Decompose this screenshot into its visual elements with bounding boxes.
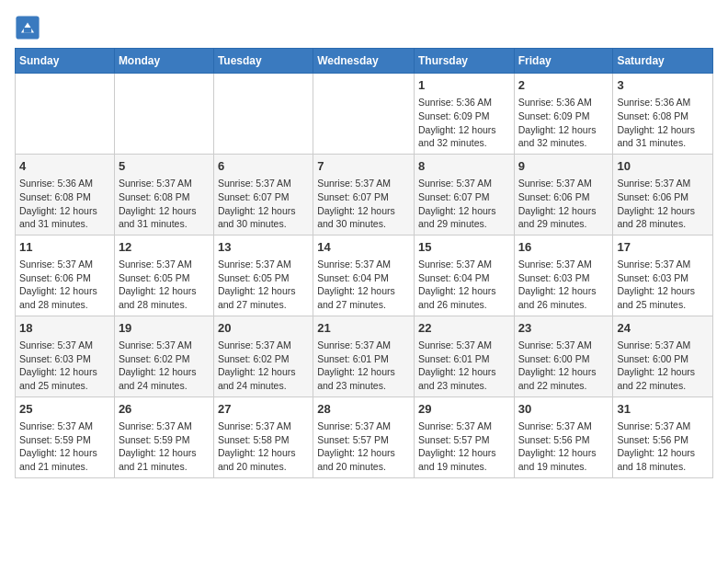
day-number: 18 (19, 320, 110, 337)
day-info: Sunrise: 5:36 AM Sunset: 6:09 PM Dayligh… (518, 96, 609, 150)
day-info: Sunrise: 5:37 AM Sunset: 6:00 PM Dayligh… (617, 339, 709, 393)
day-info: Sunrise: 5:37 AM Sunset: 6:05 PM Dayligh… (218, 258, 309, 312)
day-number: 3 (617, 77, 709, 94)
calendar-week-4: 18Sunrise: 5:37 AM Sunset: 6:03 PM Dayli… (16, 316, 713, 396)
calendar-cell: 18Sunrise: 5:37 AM Sunset: 6:03 PM Dayli… (16, 316, 115, 396)
day-number: 30 (518, 401, 609, 418)
day-number: 29 (418, 401, 510, 418)
day-info: Sunrise: 5:36 AM Sunset: 6:09 PM Dayligh… (418, 96, 510, 150)
weekday-row: SundayMondayTuesdayWednesdayThursdayFrid… (16, 49, 713, 74)
svg-rect-2 (24, 28, 31, 33)
day-info: Sunrise: 5:36 AM Sunset: 6:08 PM Dayligh… (19, 177, 110, 231)
calendar-cell: 10Sunrise: 5:37 AM Sunset: 6:06 PM Dayli… (613, 154, 713, 235)
day-number: 5 (119, 158, 210, 175)
calendar-cell (114, 74, 213, 155)
calendar-cell: 20Sunrise: 5:37 AM Sunset: 6:02 PM Dayli… (213, 316, 313, 396)
weekday-header-thursday: Thursday (414, 49, 514, 74)
day-number: 27 (218, 401, 309, 418)
calendar-cell: 31Sunrise: 5:37 AM Sunset: 5:56 PM Dayli… (613, 396, 713, 477)
day-number: 13 (218, 239, 309, 256)
calendar-cell: 7Sunrise: 5:37 AM Sunset: 6:07 PM Daylig… (313, 154, 415, 235)
calendar-cell: 28Sunrise: 5:37 AM Sunset: 5:57 PM Dayli… (313, 396, 415, 477)
day-number: 11 (19, 239, 110, 256)
weekday-header-monday: Monday (114, 49, 213, 74)
day-info: Sunrise: 5:37 AM Sunset: 6:03 PM Dayligh… (19, 339, 110, 393)
day-number: 17 (617, 239, 709, 256)
day-info: Sunrise: 5:37 AM Sunset: 6:01 PM Dayligh… (418, 339, 510, 393)
calendar-cell: 26Sunrise: 5:37 AM Sunset: 5:59 PM Dayli… (114, 396, 213, 477)
calendar-cell: 19Sunrise: 5:37 AM Sunset: 6:02 PM Dayli… (114, 316, 213, 396)
calendar-cell: 1Sunrise: 5:36 AM Sunset: 6:09 PM Daylig… (414, 74, 514, 155)
day-number: 19 (119, 320, 210, 337)
day-info: Sunrise: 5:37 AM Sunset: 6:07 PM Dayligh… (317, 177, 410, 231)
day-info: Sunrise: 5:37 AM Sunset: 5:56 PM Dayligh… (518, 419, 609, 474)
weekday-header-tuesday: Tuesday (213, 49, 313, 74)
day-number: 9 (518, 158, 609, 175)
calendar-week-1: 1Sunrise: 5:36 AM Sunset: 6:09 PM Daylig… (16, 74, 713, 155)
day-info: Sunrise: 5:37 AM Sunset: 5:59 PM Dayligh… (19, 419, 110, 474)
logo-icon (15, 15, 40, 40)
day-number: 12 (119, 239, 210, 256)
day-info: Sunrise: 5:37 AM Sunset: 5:58 PM Dayligh… (218, 419, 309, 474)
day-info: Sunrise: 5:37 AM Sunset: 6:04 PM Dayligh… (317, 258, 410, 312)
day-number: 6 (218, 158, 309, 175)
logo (15, 15, 44, 40)
weekday-header-friday: Friday (514, 49, 613, 74)
day-number: 24 (617, 320, 709, 337)
calendar-cell: 29Sunrise: 5:37 AM Sunset: 5:57 PM Dayli… (414, 396, 514, 477)
day-info: Sunrise: 5:37 AM Sunset: 6:06 PM Dayligh… (518, 177, 609, 231)
weekday-header-saturday: Saturday (613, 49, 713, 74)
day-number: 4 (19, 158, 110, 175)
calendar-cell: 13Sunrise: 5:37 AM Sunset: 6:05 PM Dayli… (213, 235, 313, 316)
calendar-cell: 27Sunrise: 5:37 AM Sunset: 5:58 PM Dayli… (213, 396, 313, 477)
day-number: 7 (317, 158, 410, 175)
weekday-header-wednesday: Wednesday (313, 49, 415, 74)
day-number: 31 (617, 401, 709, 418)
calendar-cell: 9Sunrise: 5:37 AM Sunset: 6:06 PM Daylig… (514, 154, 613, 235)
calendar-cell: 8Sunrise: 5:37 AM Sunset: 6:07 PM Daylig… (414, 154, 514, 235)
day-info: Sunrise: 5:37 AM Sunset: 6:02 PM Dayligh… (119, 339, 210, 393)
day-number: 23 (518, 320, 609, 337)
calendar-cell: 11Sunrise: 5:37 AM Sunset: 6:06 PM Dayli… (16, 235, 115, 316)
page-header (15, 15, 713, 40)
calendar-cell (16, 74, 115, 155)
day-number: 2 (518, 77, 609, 94)
calendar-header: SundayMondayTuesdayWednesdayThursdayFrid… (16, 49, 713, 74)
day-number: 26 (119, 401, 210, 418)
day-info: Sunrise: 5:37 AM Sunset: 5:57 PM Dayligh… (317, 419, 410, 474)
calendar-cell: 21Sunrise: 5:37 AM Sunset: 6:01 PM Dayli… (313, 316, 415, 396)
day-info: Sunrise: 5:37 AM Sunset: 6:02 PM Dayligh… (218, 339, 309, 393)
day-info: Sunrise: 5:37 AM Sunset: 6:08 PM Dayligh… (119, 177, 210, 231)
calendar-week-5: 25Sunrise: 5:37 AM Sunset: 5:59 PM Dayli… (16, 396, 713, 477)
calendar-cell: 15Sunrise: 5:37 AM Sunset: 6:04 PM Dayli… (414, 235, 514, 316)
calendar-cell (213, 74, 313, 155)
day-info: Sunrise: 5:36 AM Sunset: 6:08 PM Dayligh… (617, 96, 709, 150)
calendar-cell: 23Sunrise: 5:37 AM Sunset: 6:00 PM Dayli… (514, 316, 613, 396)
calendar-cell: 2Sunrise: 5:36 AM Sunset: 6:09 PM Daylig… (514, 74, 613, 155)
calendar-cell: 4Sunrise: 5:36 AM Sunset: 6:08 PM Daylig… (16, 154, 115, 235)
calendar-cell: 5Sunrise: 5:37 AM Sunset: 6:08 PM Daylig… (114, 154, 213, 235)
calendar-cell: 3Sunrise: 5:36 AM Sunset: 6:08 PM Daylig… (613, 74, 713, 155)
calendar-cell: 30Sunrise: 5:37 AM Sunset: 5:56 PM Dayli… (514, 396, 613, 477)
day-info: Sunrise: 5:37 AM Sunset: 6:06 PM Dayligh… (19, 258, 110, 312)
day-number: 8 (418, 158, 510, 175)
day-info: Sunrise: 5:37 AM Sunset: 6:05 PM Dayligh… (119, 258, 210, 312)
calendar-week-2: 4Sunrise: 5:36 AM Sunset: 6:08 PM Daylig… (16, 154, 713, 235)
day-number: 22 (418, 320, 510, 337)
day-info: Sunrise: 5:37 AM Sunset: 6:04 PM Dayligh… (418, 258, 510, 312)
day-number: 20 (218, 320, 309, 337)
day-info: Sunrise: 5:37 AM Sunset: 5:59 PM Dayligh… (119, 419, 210, 474)
calendar-cell: 25Sunrise: 5:37 AM Sunset: 5:59 PM Dayli… (16, 396, 115, 477)
day-number: 15 (418, 239, 510, 256)
day-number: 1 (418, 77, 510, 94)
day-info: Sunrise: 5:37 AM Sunset: 5:57 PM Dayligh… (418, 419, 510, 474)
calendar-cell: 16Sunrise: 5:37 AM Sunset: 6:03 PM Dayli… (514, 235, 613, 316)
calendar-cell: 12Sunrise: 5:37 AM Sunset: 6:05 PM Dayli… (114, 235, 213, 316)
calendar-body: 1Sunrise: 5:36 AM Sunset: 6:09 PM Daylig… (16, 74, 713, 478)
calendar-cell: 24Sunrise: 5:37 AM Sunset: 6:00 PM Dayli… (613, 316, 713, 396)
calendar-cell: 17Sunrise: 5:37 AM Sunset: 6:03 PM Dayli… (613, 235, 713, 316)
calendar-week-3: 11Sunrise: 5:37 AM Sunset: 6:06 PM Dayli… (16, 235, 713, 316)
day-info: Sunrise: 5:37 AM Sunset: 6:00 PM Dayligh… (518, 339, 609, 393)
calendar-cell: 22Sunrise: 5:37 AM Sunset: 6:01 PM Dayli… (414, 316, 514, 396)
calendar-cell: 14Sunrise: 5:37 AM Sunset: 6:04 PM Dayli… (313, 235, 415, 316)
